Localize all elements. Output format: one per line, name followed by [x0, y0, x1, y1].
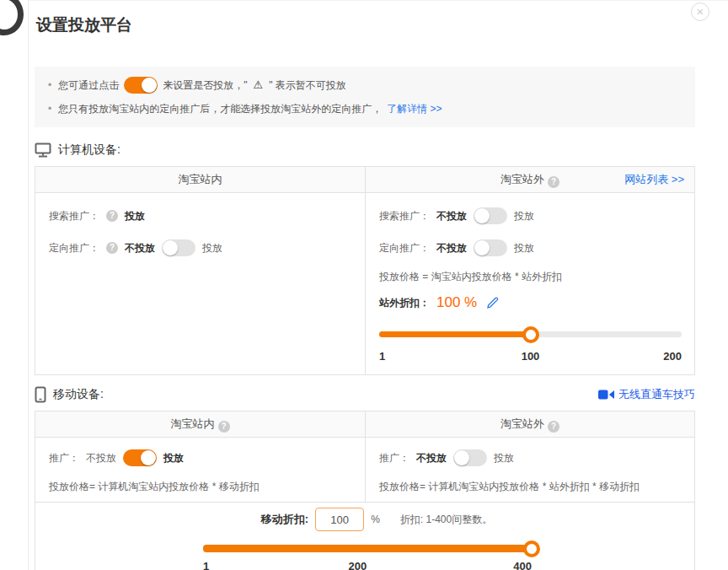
toggle-knob — [142, 78, 157, 93]
offsite-discount-label: 站外折扣： — [379, 296, 430, 310]
computer-onsite-target-row: 定向推广： ? 不投放 投放 — [49, 236, 351, 260]
tick-mid: 200 — [348, 560, 367, 570]
slider-fill — [203, 545, 532, 552]
notice-text-end: " 表示暂不可投放 — [269, 76, 346, 94]
mobile-discount-row: 移动折扣: % 折扣: 1-400间整数。 — [47, 508, 706, 531]
promo-label: 推广： — [49, 451, 79, 465]
mobile-onsite-header-label: 淘宝站内 — [171, 417, 215, 430]
sample-toggle — [124, 77, 158, 94]
mobile-offsite-promo-row: 推广： 不投放 投放 — [379, 446, 681, 470]
mobile-table-header: 淘宝站内? 淘宝站外? — [35, 411, 694, 438]
slider-thumb[interactable] — [522, 326, 539, 343]
mobile-section-label: 移动设备: — [53, 387, 104, 402]
search-promo-label: 搜索推广： — [379, 209, 430, 223]
computer-onsite-target-toggle[interactable] — [162, 239, 195, 256]
offsite-price-formula: 投放价格 = 淘宝站内投放价格 * 站外折扣 — [379, 270, 681, 283]
computer-table-header: 淘宝站内 淘宝站外? 网站列表 >> — [35, 167, 694, 193]
slider-fill — [379, 331, 531, 337]
computer-onsite-cell: 搜索推广： ? 投放 定向推广： ? 不投放 投放 — [35, 193, 365, 374]
offsite-discount-row: 站外折扣： 100 % — [379, 292, 681, 314]
mobile-discount-slider — [203, 540, 532, 557]
slider-thumb[interactable] — [523, 540, 540, 557]
mobile-slider-ticks: 1 200 400 — [203, 560, 532, 570]
off-state-label: 不投放 — [436, 241, 467, 255]
mobile-onsite-formula: 投放价格= 计算机淘宝站内投放价格 * 移动折扣 — [49, 480, 351, 493]
computer-table-body: 搜索推广： ? 投放 定向推广： ? 不投放 投放 — [35, 193, 694, 374]
tick-mid: 100 — [522, 350, 540, 363]
wireless-tips-label: 无线直通车技巧 — [618, 387, 695, 402]
notice-text-after-toggle: 来设置是否投放，" — [163, 76, 247, 94]
toggle-knob — [474, 240, 490, 255]
bullet-icon: • — [48, 76, 51, 94]
off-state-label: 不投放 — [86, 451, 116, 465]
off-state-label: 不投放 — [436, 209, 467, 223]
offsite-slider-ticks: 1 100 200 — [379, 350, 682, 363]
mobile-onsite-promo-toggle[interactable] — [123, 449, 157, 466]
on-state-label: 投放 — [163, 451, 184, 465]
tick-max: 200 — [663, 350, 682, 363]
screen: × 设置投放平台 • 您可通过点击 来设置是否投放，"⚠" 表示暂不可投放 • … — [0, 0, 728, 570]
set-platform-dialog: × 设置投放平台 • 您可通过点击 来设置是否投放，"⚠" 表示暂不可投放 • … — [28, 0, 728, 570]
offsite-discount-slider — [379, 325, 682, 342]
computer-offsite-header-label: 淘宝站外 — [500, 173, 544, 186]
warning-icon: ⚠ — [253, 76, 263, 94]
computer-offsite-target-row: 定向推广： 不投放 投放 — [379, 236, 681, 260]
video-camera-icon — [598, 390, 614, 400]
notice-box: • 您可通过点击 来设置是否投放，"⚠" 表示暂不可投放 • 您只有投放淘宝站内… — [35, 67, 695, 127]
notice-text-before-toggle: 您可通过点击 — [58, 76, 119, 94]
help-icon[interactable]: ? — [106, 210, 118, 222]
mobile-offsite-formula: 投放价格= 计算机淘宝站内投放价格 * 站外折扣 * 移动折扣 — [379, 480, 681, 493]
toggle-knob — [163, 240, 178, 255]
mobile-offsite-promo-toggle[interactable] — [453, 449, 487, 466]
on-state-label: 投放 — [494, 451, 514, 465]
notice-text-2: 您只有投放淘宝站内的定向推广后，才能选择投放淘宝站外的定向推广， — [58, 99, 382, 118]
target-promo-label: 定向推广： — [49, 241, 99, 255]
wireless-tips-link[interactable]: 无线直通车技巧 — [598, 387, 695, 402]
tick-min: 1 — [379, 350, 385, 363]
search-promo-label: 搜索推广： — [49, 209, 99, 223]
dialog-content: • 您可通过点击 来设置是否投放，"⚠" 表示暂不可投放 • 您只有投放淘宝站内… — [35, 67, 695, 570]
mobile-offsite-header: 淘宝站外? — [365, 411, 694, 437]
mobile-discount-input[interactable] — [315, 508, 364, 531]
computer-onsite-header: 淘宝站内 — [35, 167, 365, 192]
mobile-table: 淘宝站内? 淘宝站外? 推广： 不投放 投放 投放价格= 计算 — [35, 411, 695, 570]
mobile-onsite-promo-row: 推广： 不投放 投放 — [49, 446, 351, 470]
mobile-discount-block: 移动折扣: % 折扣: 1-400间整数。 1 200 400 — [35, 502, 694, 570]
offsite-discount-value: 100 % — [436, 294, 477, 311]
off-state-label: 不投放 — [125, 241, 155, 255]
computer-offsite-target-toggle[interactable] — [474, 239, 507, 256]
mobile-onsite-header: 淘宝站内? — [35, 411, 365, 437]
tick-min: 1 — [203, 560, 209, 570]
mobile-onsite-cell: 推广： 不投放 投放 投放价格= 计算机淘宝站内投放价格 * 移动折扣 — [35, 438, 365, 502]
help-icon[interactable]: ? — [106, 242, 118, 254]
computer-icon — [35, 142, 51, 158]
mobile-offsite-header-label: 淘宝站外 — [500, 417, 544, 430]
site-list-link[interactable]: 网站列表 >> — [624, 167, 684, 192]
toggle-knob — [454, 450, 469, 465]
on-state-label: 投放 — [514, 209, 534, 223]
promo-label: 推广： — [379, 451, 410, 465]
mobile-discount-label: 移动折扣: — [261, 512, 308, 527]
help-icon[interactable]: ? — [548, 421, 559, 433]
learn-more-link[interactable]: 了解详情 >> — [387, 99, 442, 118]
target-promo-label: 定向推广： — [379, 241, 430, 255]
search-promo-status: 投放 — [125, 209, 145, 223]
notice-line-2: • 您只有投放淘宝站内的定向推广后，才能选择投放淘宝站外的定向推广， 了解详情 … — [48, 99, 682, 118]
computer-section-header: 计算机设备: — [35, 141, 695, 159]
computer-onsite-search-row: 搜索推广： ? 投放 — [49, 204, 351, 228]
mobile-section-header: 移动设备: 无线直通车技巧 — [35, 385, 695, 404]
help-icon[interactable]: ? — [548, 176, 559, 188]
bullet-icon: • — [48, 99, 51, 118]
corner-artifact — [0, 0, 24, 35]
computer-table: 淘宝站内 淘宝站外? 网站列表 >> 搜索推广： ? 投放 — [35, 166, 695, 375]
toggle-knob — [474, 208, 490, 223]
edit-pencil-icon[interactable] — [487, 297, 499, 309]
toggle-knob — [141, 450, 156, 465]
computer-offsite-search-toggle[interactable] — [474, 207, 507, 224]
help-icon[interactable]: ? — [218, 421, 230, 433]
close-icon[interactable]: × — [691, 3, 709, 21]
computer-section-label: 计算机设备: — [58, 142, 120, 158]
percent-sign: % — [371, 514, 380, 525]
notice-line-1: • 您可通过点击 来设置是否投放，"⚠" 表示暂不可投放 — [48, 76, 682, 94]
computer-offsite-cell: 搜索推广： 不投放 投放 定向推广： 不投放 投放 投放价格 = 淘宝站内投放价… — [365, 193, 694, 374]
